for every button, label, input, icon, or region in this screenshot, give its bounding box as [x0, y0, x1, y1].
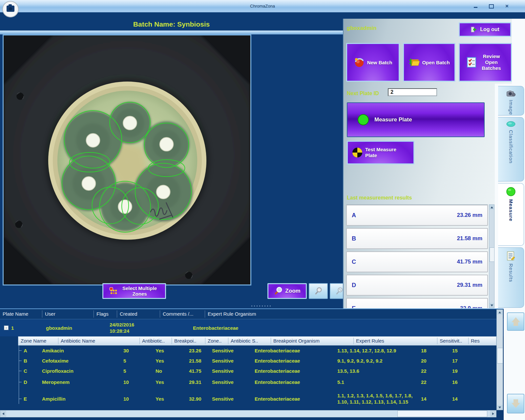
col-breakpoint[interactable]: Breakpoi..: [172, 338, 205, 344]
logout-label: Log out: [480, 27, 499, 32]
batch-table-header-row[interactable]: Plate Name User Flags Created Comments /…: [0, 308, 504, 319]
measure-plate-button[interactable]: Measure Plate: [347, 102, 485, 137]
col-created[interactable]: Created: [117, 310, 160, 318]
col-resistance[interactable]: Res: [469, 338, 496, 344]
col-sensitivity[interactable]: Sensitivit..: [437, 338, 469, 344]
scroll-down-arrow-icon[interactable]: [489, 303, 494, 308]
zone-size: 21.58: [187, 358, 210, 364]
col-antibiotic-name[interactable]: Antibiotic Name: [58, 338, 140, 344]
antibiotic-name: Ampicillin: [40, 396, 121, 402]
scroll-thumb[interactable]: [490, 247, 494, 262]
tab-results[interactable]: Results: [498, 247, 524, 308]
scroll-thumb[interactable]: [397, 410, 487, 417]
expert-rules: 5.1: [335, 379, 419, 385]
col-zone-name[interactable]: Zone Name: [18, 338, 58, 344]
col-flags[interactable]: Flags: [94, 310, 117, 318]
breakpoint: Yes: [154, 358, 187, 364]
expert-rules: 13.5, 13.6: [335, 368, 419, 374]
down-arrow-stem: [514, 399, 518, 403]
col-user[interactable]: User: [42, 310, 94, 318]
scroll-down-arrow-icon[interactable]: [497, 405, 503, 410]
col-antibiotic-conc[interactable]: Antibiotic..: [140, 338, 172, 344]
maximize-button[interactable]: [487, 3, 495, 9]
scroll-left-arrow-icon[interactable]: [0, 410, 6, 417]
tree-tick: [19, 350, 22, 351]
sensitivity: 20: [419, 358, 450, 364]
scroll-thumb[interactable]: [497, 348, 503, 364]
col-expert-rule-organism[interactable]: Expert Rule Organism: [205, 310, 437, 318]
table-vertical-scrollbar[interactable]: [496, 309, 503, 410]
result-zone: E: [352, 305, 356, 308]
next-plate-id-label: Next Plate ID: [347, 91, 379, 96]
zoom-button[interactable]: Zoom: [267, 283, 307, 299]
breakpoint: Yes: [154, 348, 187, 353]
zone-size: 32.90: [187, 396, 210, 402]
scroll-right-arrow-icon[interactable]: [490, 410, 496, 417]
page-down-button[interactable]: [507, 394, 524, 413]
logout-button[interactable]: Log out: [459, 22, 511, 37]
page-up-button[interactable]: [507, 312, 524, 331]
resistance: 15: [450, 348, 478, 353]
collapse-expander-icon[interactable]: -: [4, 326, 9, 330]
last-results-list[interactable]: A23.26 mm B21.58 mm C41.75 mm D29.31 mm …: [346, 204, 488, 308]
review-open-batches-button[interactable]: Review Open Batches: [459, 43, 512, 82]
next-plate-id-input[interactable]: [388, 88, 437, 96]
minimize-button[interactable]: [471, 3, 480, 9]
scroll-up-arrow-icon[interactable]: [497, 310, 503, 315]
review-batches-icon: [467, 57, 476, 68]
result-item[interactable]: E32.9 mm: [346, 298, 488, 308]
zoom-label: Zoom: [285, 288, 300, 294]
plate-image-panel[interactable]: [3, 34, 251, 285]
antibiotic-name: Amikacin: [40, 348, 121, 353]
panel-edge: [512, 19, 525, 84]
sensitivity: 14: [419, 396, 450, 402]
result-item[interactable]: C41.75 mm: [346, 251, 488, 272]
result-zone: A: [352, 212, 356, 219]
username-label: gboxadmin: [347, 25, 377, 32]
table-row-C[interactable]: C Ciprofloxacin 5 No 41.75 Sensitive Ent…: [0, 366, 504, 376]
zone-table-header-row[interactable]: Zone Name Antibiotic Name Antibiotic.. B…: [18, 336, 496, 346]
tab-image[interactable]: Image: [498, 86, 524, 116]
resistance: 16: [450, 379, 478, 385]
down-arrow-icon: [512, 403, 520, 408]
col-antibiotic-status[interactable]: Antibiotic S..: [228, 338, 271, 344]
scroll-up-arrow-icon[interactable]: [489, 205, 494, 210]
measure-tab-icon: [506, 187, 516, 197]
splitter-handle[interactable]: [251, 305, 271, 306]
col-expert-rules[interactable]: Expert Rules: [354, 338, 437, 344]
tab-classification[interactable]: Classification: [498, 117, 524, 181]
col-zone[interactable]: Zone..: [205, 338, 228, 344]
result-value: 29.31 mm: [457, 282, 483, 288]
table-horizontal-scrollbar[interactable]: [0, 410, 496, 417]
open-batch-button[interactable]: Open Batch: [403, 43, 455, 82]
col-comments[interactable]: Comments /...: [160, 310, 205, 318]
table-row-D[interactable]: D Meropenem 10 Yes 29.31 Sensitive Enter…: [0, 376, 504, 388]
petri-dish-image: [4, 35, 250, 284]
batch-row[interactable]: - 1 gboxadmin 24/02/201610:28:24 Enterob…: [0, 319, 504, 336]
col-plate-name[interactable]: Plate Name: [0, 310, 42, 318]
close-button[interactable]: ×: [503, 3, 511, 9]
col-breakpoint-organism[interactable]: Breakpoint Organism: [271, 338, 354, 344]
test-measure-plate-button[interactable]: Test Measure Plate: [347, 141, 414, 164]
sensitivity: 22: [419, 379, 450, 385]
zoom-in-button[interactable]: [309, 283, 328, 299]
result-item[interactable]: A23.26 mm: [346, 205, 488, 226]
results-scrollbar[interactable]: [489, 204, 494, 308]
antibiotic-name: Ciprofloxacin: [40, 368, 121, 374]
tab-measure[interactable]: Measure: [498, 183, 524, 246]
table-row-B[interactable]: B Cefotaxime 5 Yes 21.58 Sensitive Enter…: [0, 356, 504, 366]
table-row-A[interactable]: A Amikacin 30 Yes 23.26 Sensitive Entero…: [0, 346, 504, 356]
result-item[interactable]: B21.58 mm: [346, 228, 488, 249]
batch-created: 24/02/201610:28:24: [110, 322, 134, 334]
zone-name: B: [24, 358, 27, 364]
select-multiple-zones-button[interactable]: Select Multiple Zones: [102, 283, 166, 299]
app-logo-icon: [2, 1, 19, 18]
chromazona-window: ChromaZona × Batch Name: Synbiosis: [0, 0, 525, 420]
title-bar[interactable]: ChromaZona: [0, 0, 525, 12]
tree-tick: [19, 399, 22, 399]
new-batch-button[interactable]: New Batch: [346, 43, 400, 82]
minimize-icon: [474, 7, 477, 8]
expert-rules: 1.1, 1.2, 1.3, 1.4, 1.5, 1.6, 1.7, 1.8, …: [335, 392, 419, 405]
table-row-E[interactable]: E Ampicillin 10 Yes 32.90 Sensitive Ente…: [0, 388, 504, 410]
result-item[interactable]: D29.31 mm: [346, 275, 488, 296]
